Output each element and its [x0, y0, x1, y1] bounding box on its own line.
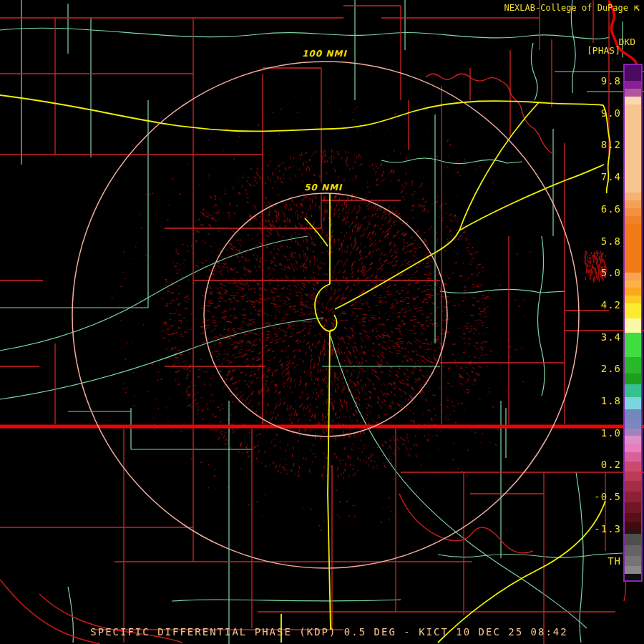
scale-color-segment — [625, 409, 641, 420]
scale-color-segment — [625, 384, 641, 397]
dupage-logo-icon: ⇱ — [634, 2, 640, 13]
scale-color-segment — [625, 429, 641, 436]
scale-color-segment — [625, 192, 641, 200]
scale-color-segment — [625, 574, 641, 580]
scale-color-segment — [625, 481, 641, 492]
scale-color-segment — [625, 104, 641, 192]
radar-display: 9.89.08.27.46.65.85.04.23.42.61.81.00.2-… — [0, 0, 644, 644]
river-lines-red — [0, 472, 630, 644]
scale-color-segment — [625, 444, 641, 452]
highway-lines-yellow — [0, 95, 610, 643]
scale-color-segment — [625, 65, 641, 81]
scale-color-segment — [625, 452, 641, 462]
scale-color-segment — [625, 513, 641, 522]
scale-color-segment — [625, 472, 641, 481]
scale-color-segment — [625, 420, 641, 429]
radar-id-label: DKD — [619, 36, 635, 47]
scale-color-segment — [625, 357, 641, 374]
scale-color-segment — [625, 333, 641, 357]
scale-color-segment — [625, 502, 641, 513]
scale-color-segment — [625, 522, 641, 530]
scale-color-segment — [625, 208, 641, 216]
scale-color-segment — [625, 200, 641, 208]
scale-color-segment — [625, 97, 641, 104]
scale-color-segment — [625, 89, 641, 97]
scale-color-segment — [625, 216, 641, 224]
color-scale-bar — [623, 64, 643, 582]
scale-color-segment — [625, 303, 641, 318]
scale-color-segment — [625, 436, 641, 444]
scale-color-segment — [625, 280, 641, 288]
scale-color-segment — [625, 288, 641, 296]
range-ring-label-50nmi: 50 NMI — [303, 182, 343, 192]
scale-color-segment — [625, 462, 641, 472]
scale-color-segment — [625, 492, 641, 502]
scale-color-segment — [625, 374, 641, 384]
scale-color-segment — [625, 81, 641, 89]
county-lines-red — [0, 0, 644, 644]
site-credit: NEXLAB-College of DuPage — [504, 3, 628, 13]
scale-color-segment — [625, 318, 641, 333]
county-lines-teal — [0, 0, 644, 644]
scale-color-segment — [625, 556, 641, 566]
scale-color-segment — [625, 534, 641, 545]
range-ring-label-100nmi: 100 NMI — [301, 49, 348, 59]
product-caption: SPECIFIC DIFFERENTIAL PHASE (KDP) 0.5 DE… — [0, 626, 644, 638]
scale-color-segment — [625, 566, 641, 574]
scale-color-segment — [625, 545, 641, 556]
scale-color-segment — [625, 273, 641, 280]
product-tag-label: [PHAS] — [587, 45, 620, 56]
range-ring-50nmi — [204, 193, 447, 436]
scale-color-segment — [625, 397, 641, 409]
basemap — [0, 0, 644, 644]
scale-color-segment — [625, 296, 641, 303]
scale-color-segment — [625, 224, 641, 273]
